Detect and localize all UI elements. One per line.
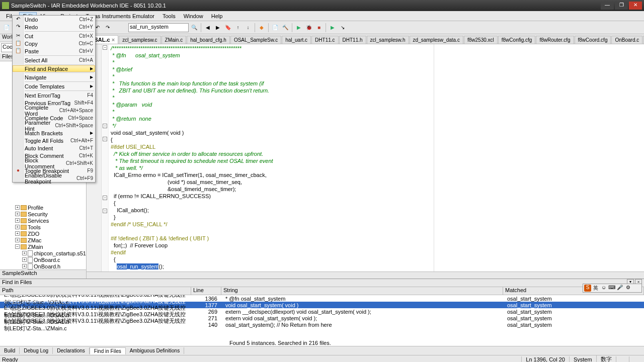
search-combo[interactable]: sal_run_system	[128, 23, 189, 32]
menu-next-error[interactable]: Next Error/TagF4	[13, 92, 95, 99]
tree-file[interactable]: +chipcon_cstartup.s51	[0, 250, 86, 256]
editor-tab[interactable]: zd_samplesw_data.c	[410, 36, 463, 44]
expand-icon[interactable]: +	[15, 205, 20, 210]
menu-code-templates[interactable]: Code Templates▶	[13, 82, 95, 90]
tree-folder-zmain[interactable]: −ZMain	[0, 243, 86, 250]
menu-tools[interactable]: Tools	[158, 12, 180, 20]
menu-cut[interactable]: ✂CutCtrl+X	[13, 32, 95, 40]
menu-undo[interactable]: ↶UndoCtrl+Z	[13, 16, 95, 23]
menu-parameter-hint[interactable]: Parameter HintCtrl+Shift+Space	[13, 122, 95, 129]
find-results[interactable]: E:\创思ZIGBEE3.0协议栈资料V3.0.11\视频教程\ZigBee3.…	[0, 295, 644, 339]
nav-fwd-button[interactable]: ▶	[213, 23, 222, 32]
fold-icon[interactable]: −	[103, 137, 107, 141]
close-icon[interactable]: ×	[112, 37, 115, 43]
menu-block-uncomment[interactable]: Block UncommentCtrl+Shift+K	[13, 159, 95, 167]
expand-icon[interactable]: +	[15, 225, 20, 229]
menu-toggle-folds[interactable]: Toggle All FoldsCtrl+Alt+F	[13, 137, 95, 144]
run-button[interactable]: ▶	[328, 23, 337, 32]
maximize-button[interactable]: ❐	[615, 2, 628, 10]
editor-tab[interactable]: zcl_samplesw.h	[367, 36, 409, 44]
bookmark-prev-button[interactable]: ↑	[233, 23, 243, 32]
nav-back-button[interactable]: ◀	[203, 23, 212, 32]
expand-icon[interactable]: +	[22, 251, 27, 255]
menu-copy[interactable]: 📋CopyCtrl+C	[13, 40, 95, 47]
menu-navigate[interactable]: Navigate▶	[13, 73, 95, 81]
breakpoint-button[interactable]: ◆	[257, 23, 266, 32]
col-string[interactable]: String	[221, 287, 503, 295]
editor-tab[interactable]: zcl_samplesw.c	[119, 36, 160, 44]
close-button[interactable]: ✕	[629, 2, 642, 10]
debug-button[interactable]: 🐞	[304, 23, 313, 32]
tab-declarations[interactable]: Declarations	[53, 347, 90, 354]
tree-folder-tools[interactable]: +Tools	[0, 224, 86, 230]
bookmark-next-button[interactable]: ↓	[244, 23, 253, 32]
tree-file[interactable]: +OnBoard.h	[0, 263, 86, 269]
tab-build[interactable]: Build	[0, 347, 20, 354]
expand-icon[interactable]: +	[22, 264, 27, 268]
menu-match-brackets[interactable]: Match Brackets▶	[13, 129, 95, 137]
ime-lang-icon[interactable]: 英	[592, 285, 599, 292]
tree-file[interactable]: +OnBoard.c	[0, 256, 86, 263]
collapse-icon[interactable]: −	[15, 244, 20, 249]
expand-icon[interactable]: +	[15, 238, 20, 242]
editor-tab[interactable]: OSAL_SampleSw.c	[230, 36, 281, 44]
menu-enable-breakpoint[interactable]: Enable/Disable BreakpointCtrl+F9	[13, 174, 95, 182]
expand-icon[interactable]: +	[15, 231, 20, 236]
tab-debug-log[interactable]: Debug Log	[20, 347, 53, 354]
minimize-button[interactable]: —	[601, 2, 614, 10]
ime-keyboard-icon[interactable]: ⌨	[608, 285, 615, 292]
editor-tab[interactable]: hal_uart.c	[282, 36, 311, 44]
menu-paste[interactable]: 📋PasteCtrl+V	[13, 47, 95, 55]
horizontal-scrollbar[interactable]	[87, 272, 644, 279]
make-button[interactable]: 🔨	[281, 23, 290, 32]
tree-folder-services[interactable]: +Services	[0, 217, 86, 224]
compile-button[interactable]: 📄	[271, 23, 280, 32]
fold-icon[interactable]: −	[103, 124, 107, 128]
editor-tab[interactable]: f8wCoord.cfg	[575, 36, 611, 44]
stop-button[interactable]: ■	[314, 23, 324, 32]
menu-help[interactable]: Help	[207, 12, 227, 20]
tree-folder-profile[interactable]: +Profile	[0, 204, 86, 211]
col-path[interactable]: Path	[0, 287, 191, 295]
code-text[interactable]: /***************************************…	[109, 44, 644, 272]
fold-icon[interactable]: −	[103, 196, 107, 200]
ime-logo-icon[interactable]: S	[584, 285, 591, 292]
redo-button[interactable]: ↷	[103, 23, 112, 32]
tab-find-in-files[interactable]: Find in Files	[90, 347, 126, 354]
menu-find-replace[interactable]: Find and Replace▶	[13, 65, 95, 72]
menu-complete-word[interactable]: Complete WordCtrl+Alt+Space	[13, 107, 95, 114]
editor-tab[interactable]: f8wRouter.cfg	[536, 36, 574, 44]
col-line[interactable]: Line	[191, 287, 221, 295]
fold-icon[interactable]: −	[103, 209, 107, 213]
bookmark-toggle-button[interactable]: 🔖	[223, 23, 232, 32]
editor-tab[interactable]: DHT11.c	[311, 36, 338, 44]
menu-select-all[interactable]: Select AllCtrl+A	[13, 56, 95, 64]
ime-panel[interactable]: S 英 ☺ ⌨ 🎤 ⚙	[583, 284, 642, 293]
expand-icon[interactable]: +	[22, 257, 27, 262]
tree-folder-zmac[interactable]: +ZMac	[0, 237, 86, 243]
new-file-button[interactable]: 📄	[2, 23, 11, 32]
editor-tab[interactable]: f8wConfig.cfg	[498, 36, 536, 44]
step-button[interactable]: ↘	[338, 23, 347, 32]
ime-settings-icon[interactable]: ⚙	[624, 285, 631, 292]
fold-icon[interactable]: −	[103, 45, 107, 50]
editor-tab[interactable]: hal_board_cfg.h	[187, 36, 230, 44]
expand-icon[interactable]: +	[15, 218, 20, 223]
tree-folder-security[interactable]: +Security	[0, 211, 86, 217]
editor-tab[interactable]: DHT11.h	[339, 36, 366, 44]
tab-ambiguous[interactable]: Ambiguous Definitions	[126, 347, 185, 354]
find-button[interactable]: 🔍	[190, 23, 199, 32]
menu-redo[interactable]: ↷RedoCtrl+Y	[13, 23, 95, 31]
download-button[interactable]: ▶	[294, 23, 303, 32]
editor-tab[interactable]: OnBoard.c	[611, 36, 642, 44]
editor-tab[interactable]: f8w2530.xcl	[464, 36, 498, 44]
expand-icon[interactable]: +	[15, 212, 20, 216]
result-row[interactable]: E:\创思ZIGBEE3.0协议栈资料V3.0.11\视频教程\ZigBee3.…	[0, 321, 644, 328]
ime-mic-icon[interactable]: 🎤	[616, 285, 623, 292]
ime-face-icon[interactable]: ☺	[600, 285, 607, 292]
tree-folder-zdo[interactable]: +ZDO	[0, 230, 86, 237]
code-area[interactable]: − − − − − /*****************************…	[87, 44, 644, 272]
menu-window[interactable]: Window	[180, 12, 207, 20]
menu-auto-indent[interactable]: Auto IndentCtrl+T	[13, 144, 95, 152]
editor-tab[interactable]: ZMain.c	[162, 36, 187, 44]
